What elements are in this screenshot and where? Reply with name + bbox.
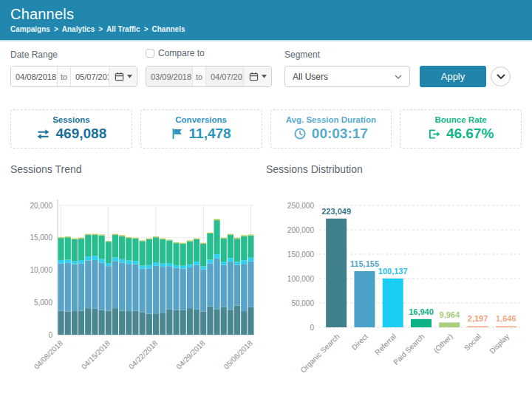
trend-bar-segment[interactable] xyxy=(173,242,179,243)
trend-bar-segment[interactable] xyxy=(72,239,78,239)
trend-bar-segment[interactable] xyxy=(65,260,71,263)
trend-bar-segment[interactable] xyxy=(58,260,64,264)
trend-bar-segment[interactable] xyxy=(221,307,227,335)
trend-bar-segment[interactable] xyxy=(180,310,186,335)
trend-bar-segment[interactable] xyxy=(58,237,64,238)
trend-bar-segment[interactable] xyxy=(173,265,179,268)
trend-bar-segment[interactable] xyxy=(214,219,219,220)
trend-bar-segment[interactable] xyxy=(146,314,152,335)
trend-bar-segment[interactable] xyxy=(132,238,138,239)
trend-bar-segment[interactable] xyxy=(214,254,219,259)
trend-bar-segment[interactable] xyxy=(200,244,206,266)
trend-bar-segment[interactable] xyxy=(119,262,125,310)
trend-bar-segment[interactable] xyxy=(126,238,132,260)
trend-bar-segment[interactable] xyxy=(126,237,132,238)
trend-bar-segment[interactable] xyxy=(187,267,193,308)
trend-bar-segment[interactable] xyxy=(248,262,253,307)
trend-bar-segment[interactable] xyxy=(85,260,91,308)
trend-bar-segment[interactable] xyxy=(160,239,166,239)
trend-bar-segment[interactable] xyxy=(187,308,193,335)
expand-filters-button[interactable] xyxy=(491,66,511,86)
trend-bar-segment[interactable] xyxy=(99,234,105,235)
trend-bar-segment[interactable] xyxy=(106,242,112,263)
trend-bar-segment[interactable] xyxy=(112,235,118,258)
trend-bar-segment[interactable] xyxy=(194,239,200,239)
trend-bar-segment[interactable] xyxy=(78,238,84,239)
trend-bar-segment[interactable] xyxy=(194,310,200,335)
date-range-end-input[interactable] xyxy=(71,66,109,86)
apply-button[interactable]: Apply xyxy=(420,66,486,87)
trend-bar-segment[interactable] xyxy=(65,263,71,312)
trend-bar-segment[interactable] xyxy=(241,236,247,261)
trend-bar-segment[interactable] xyxy=(160,267,166,313)
trend-bar-segment[interactable] xyxy=(200,270,206,312)
breadcrumb-item[interactable]: Campaigns xyxy=(10,25,50,33)
trend-bar-segment[interactable] xyxy=(85,256,91,260)
trend-bar-segment[interactable] xyxy=(119,259,125,263)
trend-bar-segment[interactable] xyxy=(153,262,159,266)
trend-bar-segment[interactable] xyxy=(214,259,219,310)
trend-bar-segment[interactable] xyxy=(234,262,240,265)
trend-bar-segment[interactable] xyxy=(126,311,132,335)
trend-bar-segment[interactable] xyxy=(180,266,186,269)
distribution-bar[interactable] xyxy=(383,279,403,327)
trend-bar-segment[interactable] xyxy=(214,310,219,335)
trend-bar-segment[interactable] xyxy=(194,239,200,262)
compare-end-input[interactable] xyxy=(206,66,243,86)
trend-bar-segment[interactable] xyxy=(99,259,105,263)
trend-bar-segment[interactable] xyxy=(207,259,213,263)
trend-bar-segment[interactable] xyxy=(228,235,233,259)
trend-bar-segment[interactable] xyxy=(166,240,172,263)
trend-bar-segment[interactable] xyxy=(132,311,138,335)
trend-bar-segment[interactable] xyxy=(92,234,98,235)
trend-bar-segment[interactable] xyxy=(248,234,253,235)
trend-bar-segment[interactable] xyxy=(92,260,98,309)
trend-bar-segment[interactable] xyxy=(153,236,159,237)
trend-bar-segment[interactable] xyxy=(228,262,233,310)
trend-bar-segment[interactable] xyxy=(228,310,233,335)
trend-bar-segment[interactable] xyxy=(153,237,159,262)
trend-bar-segment[interactable] xyxy=(200,243,206,244)
compare-to-toggle[interactable]: Compare to xyxy=(146,48,205,58)
trend-bar-segment[interactable] xyxy=(85,308,91,335)
trend-bar-segment[interactable] xyxy=(112,257,118,261)
trend-bar-segment[interactable] xyxy=(92,235,98,256)
trend-bar-segment[interactable] xyxy=(65,312,71,335)
trend-bar-segment[interactable] xyxy=(146,239,152,239)
compare-to-checkbox[interactable] xyxy=(146,49,154,58)
trend-bar-segment[interactable] xyxy=(119,236,125,259)
trend-bar-segment[interactable] xyxy=(187,240,193,241)
trend-bar-segment[interactable] xyxy=(65,237,71,259)
trend-bar-segment[interactable] xyxy=(119,311,125,335)
trend-bar-segment[interactable] xyxy=(99,262,105,310)
trend-bar-segment[interactable] xyxy=(173,310,179,335)
trend-bar-segment[interactable] xyxy=(207,307,213,335)
trend-bar-segment[interactable] xyxy=(241,311,247,335)
trend-bar-segment[interactable] xyxy=(160,313,166,335)
trend-bar-segment[interactable] xyxy=(241,260,247,264)
segment-select[interactable]: All Users xyxy=(284,66,410,87)
trend-bar-segment[interactable] xyxy=(106,263,112,266)
trend-bar-segment[interactable] xyxy=(92,256,98,260)
trend-bar-segment[interactable] xyxy=(140,240,146,241)
trend-bar-segment[interactable] xyxy=(58,238,64,260)
trend-bar-segment[interactable] xyxy=(140,312,146,335)
distribution-bar[interactable] xyxy=(411,319,432,327)
trend-bar-segment[interactable] xyxy=(194,262,200,265)
trend-bar-segment[interactable] xyxy=(146,239,152,265)
trend-bar-segment[interactable] xyxy=(146,268,152,313)
trend-bar-segment[interactable] xyxy=(140,266,146,269)
trend-bar-segment[interactable] xyxy=(166,239,172,240)
trend-bar-segment[interactable] xyxy=(146,265,152,269)
trend-bar-segment[interactable] xyxy=(78,239,84,260)
trend-bar-segment[interactable] xyxy=(221,238,227,239)
trend-bar-segment[interactable] xyxy=(126,264,132,311)
trend-bar-segment[interactable] xyxy=(173,243,179,265)
distribution-bar[interactable] xyxy=(468,326,488,327)
trend-bar-segment[interactable] xyxy=(85,234,91,235)
trend-bar-segment[interactable] xyxy=(106,241,112,242)
trend-bar-segment[interactable] xyxy=(126,261,132,265)
trend-bar-segment[interactable] xyxy=(140,241,146,265)
trend-bar-segment[interactable] xyxy=(194,265,200,310)
trend-bar-segment[interactable] xyxy=(132,239,138,261)
